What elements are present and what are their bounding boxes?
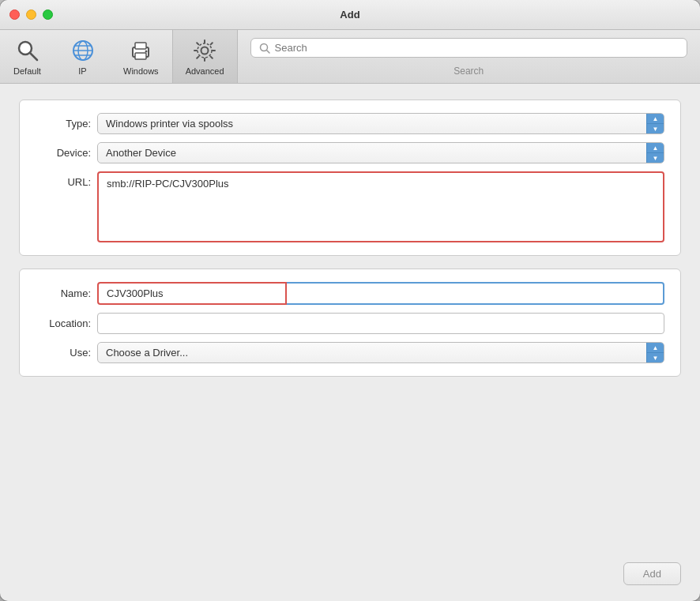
tab-advanced[interactable]: Advanced [172, 30, 238, 83]
device-value: Another Device [98, 143, 646, 163]
svg-point-10 [145, 50, 148, 52]
device-select[interactable]: Another Device ▲ ▼ [97, 142, 664, 163]
use-stepper-down[interactable]: ▼ [647, 353, 664, 362]
type-stepper[interactable]: ▲ ▼ [646, 114, 664, 133]
url-row: URL: smb://RIP-PC/CJV300Plus [36, 171, 664, 242]
window: Add Default [0, 0, 700, 601]
name-extra-input[interactable] [287, 282, 664, 305]
content: Type: Windows printer via spoolss ▲ ▼ De… [0, 84, 700, 553]
tab-ip[interactable]: IP [55, 30, 111, 83]
minimize-button[interactable] [26, 9, 36, 20]
type-value: Windows printer via spoolss [98, 114, 646, 133]
type-control: Windows printer via spoolss ▲ ▼ [97, 113, 664, 134]
svg-line-14 [266, 50, 269, 53]
url-input[interactable]: smb://RIP-PC/CJV300Plus [97, 171, 664, 242]
printer-info-section: Name: Location: Use: Choose a Driver... [19, 269, 681, 377]
type-stepper-up[interactable]: ▲ [647, 114, 664, 124]
use-value: Choose a Driver... [98, 343, 646, 362]
type-label: Type: [36, 118, 91, 130]
search-input[interactable] [275, 42, 679, 54]
device-row: Device: Another Device ▲ ▼ [36, 142, 664, 163]
use-select[interactable]: Choose a Driver... ▲ ▼ [97, 342, 664, 363]
connection-section: Type: Windows printer via spoolss ▲ ▼ De… [19, 100, 681, 256]
search-icon [259, 43, 270, 54]
location-input[interactable] [97, 313, 664, 334]
search-label: Search [250, 66, 687, 77]
svg-point-11 [201, 47, 209, 54]
tab-advanced-label: Advanced [186, 66, 224, 76]
search-bar[interactable] [250, 38, 687, 58]
svg-rect-8 [135, 43, 146, 49]
window-title: Add [340, 9, 359, 21]
add-button[interactable]: Add [623, 562, 681, 585]
device-label: Device: [36, 147, 91, 159]
tab-default[interactable]: Default [0, 30, 55, 83]
device-stepper[interactable]: ▲ ▼ [646, 143, 664, 163]
url-label: URL: [36, 171, 91, 188]
traffic-lights [9, 9, 53, 20]
type-select[interactable]: Windows printer via spoolss ▲ ▼ [97, 113, 664, 134]
tab-windows[interactable]: Windows [111, 30, 172, 83]
device-stepper-up[interactable]: ▲ [647, 143, 664, 153]
use-control: Choose a Driver... ▲ ▼ [97, 342, 664, 363]
close-button[interactable] [9, 9, 20, 20]
name-field-wrapper [97, 282, 664, 305]
location-row: Location: [36, 313, 664, 334]
magnifier-icon [15, 38, 40, 63]
printer-icon [128, 38, 153, 63]
svg-line-1 [30, 53, 37, 60]
svg-rect-9 [135, 53, 146, 59]
type-row: Type: Windows printer via spoolss ▲ ▼ [36, 113, 664, 134]
use-stepper[interactable]: ▲ ▼ [646, 343, 664, 362]
title-bar: Add [0, 0, 700, 30]
location-control [97, 313, 664, 334]
tab-windows-label: Windows [123, 66, 159, 76]
toolbar: Default IP [0, 30, 700, 84]
toolbar-tabs: Default IP [0, 30, 238, 83]
device-control: Another Device ▲ ▼ [97, 142, 664, 163]
name-label: Name: [36, 287, 91, 299]
toolbar-search-area: Search [238, 30, 700, 83]
location-label: Location: [36, 317, 91, 329]
tab-default-label: Default [13, 66, 41, 76]
svg-point-12 [198, 43, 212, 58]
use-row: Use: Choose a Driver... ▲ ▼ [36, 342, 664, 363]
name-row: Name: [36, 282, 664, 305]
use-stepper-up[interactable]: ▲ [647, 343, 664, 353]
maximize-button[interactable] [43, 9, 53, 20]
tab-ip-label: IP [78, 66, 86, 76]
device-stepper-down[interactable]: ▼ [647, 153, 664, 163]
gear-icon [192, 38, 217, 63]
type-stepper-down[interactable]: ▼ [647, 124, 664, 133]
network-icon [70, 38, 96, 63]
bottom-bar: Add [0, 553, 700, 601]
use-label: Use: [36, 347, 91, 359]
name-input[interactable] [97, 282, 287, 305]
